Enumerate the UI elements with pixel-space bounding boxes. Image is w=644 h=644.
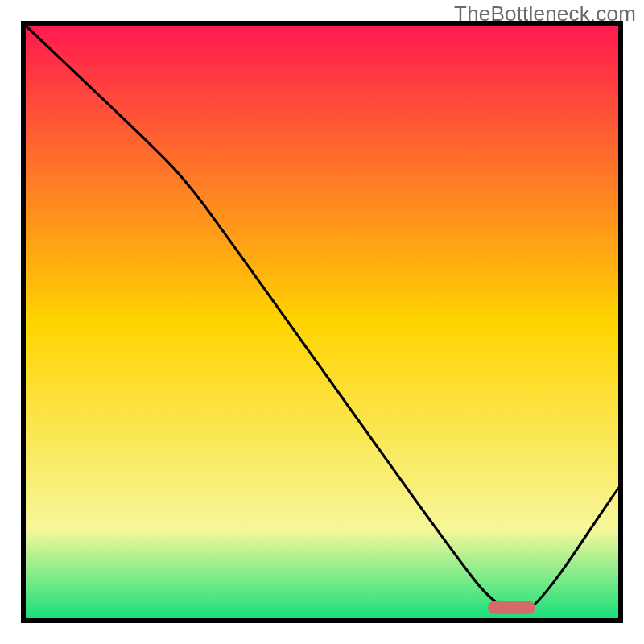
chart-container: TheBottleneck.com [0, 0, 644, 644]
bottleneck-chart [0, 0, 644, 644]
plot-background-gradient [26, 26, 618, 618]
optimal-marker [488, 601, 535, 614]
